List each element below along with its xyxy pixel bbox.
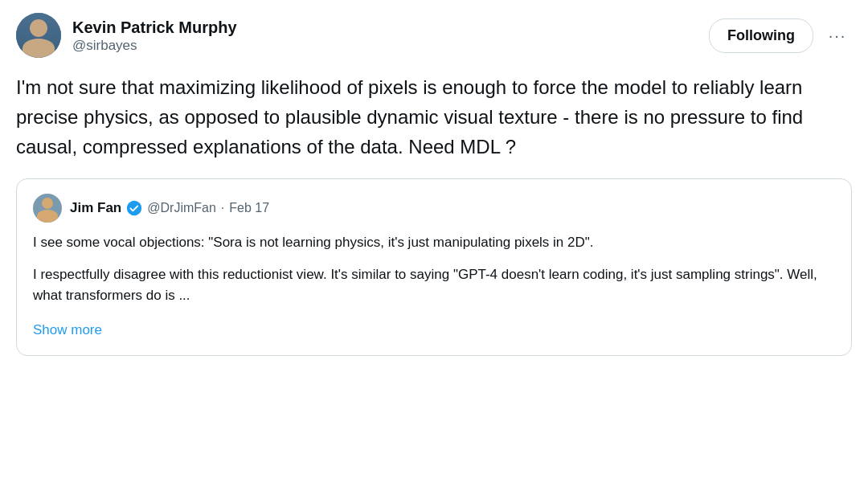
author-info: Kevin Patrick Murphy @sirbayes [72,17,237,54]
header-actions: Following ··· [709,18,852,53]
quoted-para-2: I respectfully disagree with this reduct… [33,264,835,307]
svg-point-0 [127,200,141,215]
quoted-body: I see some vocal objections: "Sora is no… [33,232,835,341]
quoted-header: Jim Fan @DrJimFan · Feb 17 [33,194,835,223]
quoted-author-handle: @DrJimFan [147,201,216,215]
quoted-date: Feb 17 [229,201,269,215]
quoted-dot: · [221,201,224,215]
show-more-link[interactable]: Show more [33,320,102,341]
quoted-tweet: Jim Fan @DrJimFan · Feb 17 I see some vo… [16,178,852,356]
quoted-avatar [33,194,62,223]
following-button[interactable]: Following [709,18,813,53]
avatar [16,13,61,58]
quoted-para-1: I see some vocal objections: "Sora is no… [33,232,835,253]
avatar-face [16,13,61,58]
tweet-card: Kevin Patrick Murphy @sirbayes Following… [16,13,852,356]
author-handle: @sirbayes [72,38,237,54]
tweet-author: Kevin Patrick Murphy @sirbayes [16,13,237,58]
verified-badge-icon [126,200,142,216]
tweet-body: I'm not sure that maximizing likelihood … [16,72,852,162]
quoted-author-block: Jim Fan @DrJimFan · Feb 17 [70,200,269,216]
more-button[interactable]: ··· [823,21,852,50]
author-name: Kevin Patrick Murphy [72,17,237,38]
tweet-header: Kevin Patrick Murphy @sirbayes Following… [16,13,852,58]
quoted-author-name: Jim Fan [70,200,121,216]
